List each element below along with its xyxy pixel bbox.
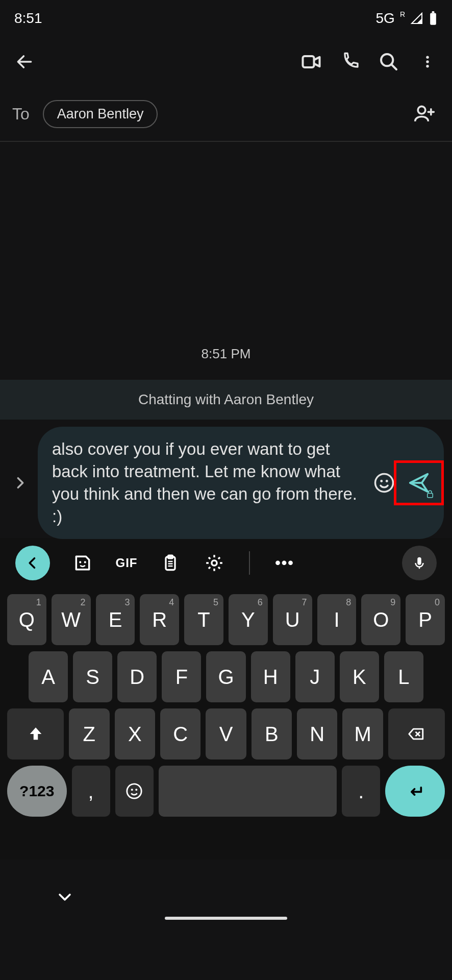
gif-button[interactable]: GIF: [115, 552, 138, 574]
period-key[interactable]: .: [342, 766, 380, 817]
svg-point-6: [426, 65, 429, 68]
key-sublabel: 1: [36, 597, 41, 608]
key-g[interactable]: G: [206, 651, 245, 702]
nav-pill[interactable]: [165, 917, 287, 920]
key-sublabel: 4: [169, 597, 174, 608]
keyboard-dismiss-button[interactable]: [56, 888, 73, 905]
svg-point-19: [131, 789, 133, 791]
key-q[interactable]: Q1: [7, 594, 46, 645]
roaming-label: R: [400, 10, 405, 18]
key-e[interactable]: E3: [96, 594, 135, 645]
key-sublabel: 9: [390, 597, 395, 608]
recipient-chip[interactable]: Aaron Bentley: [43, 100, 158, 128]
system-nav-bar: [0, 860, 452, 929]
add-recipient-button[interactable]: [409, 99, 440, 129]
highlight-box: [394, 460, 444, 505]
clipboard-button[interactable]: [159, 552, 182, 574]
keyboard-row-4: ?123 , .: [7, 766, 445, 817]
conversation-area[interactable]: 8:51 PM Chatting with Aaron Bentley: [0, 141, 452, 428]
key-m[interactable]: M: [342, 708, 383, 760]
svg-rect-2: [303, 56, 314, 67]
key-t[interactable]: T5: [184, 594, 223, 645]
voice-input-button[interactable]: [402, 546, 437, 580]
send-button[interactable]: [404, 468, 434, 498]
key-d[interactable]: D: [117, 651, 157, 702]
enter-key[interactable]: [385, 766, 445, 817]
expand-compose-button[interactable]: [8, 471, 33, 495]
key-i[interactable]: I8: [317, 594, 357, 645]
status-bar: 8:51 5G R: [0, 0, 452, 37]
keyboard-toolbar: GIF •••: [7, 538, 445, 588]
svg-point-5: [426, 60, 429, 63]
signal-icon: [410, 12, 423, 24]
svg-point-20: [135, 789, 137, 791]
key-c[interactable]: C: [160, 708, 200, 760]
symbols-key[interactable]: ?123: [7, 766, 67, 817]
overflow-menu-button[interactable]: [412, 46, 443, 77]
shift-key[interactable]: [7, 708, 64, 760]
key-sublabel: 5: [213, 597, 218, 608]
key-o[interactable]: O9: [361, 594, 400, 645]
search-button[interactable]: [373, 46, 404, 77]
video-call-button[interactable]: [296, 46, 327, 77]
key-j[interactable]: J: [295, 651, 335, 702]
to-label: To: [12, 105, 30, 124]
keyboard-row-1: Q1W2E3R4T5Y6U7I8O9P0: [7, 594, 445, 645]
app-bar: [0, 37, 452, 87]
key-u[interactable]: U7: [273, 594, 312, 645]
svg-point-12: [79, 561, 81, 563]
key-x[interactable]: X: [115, 708, 155, 760]
recipient-row: To Aaron Bentley: [0, 87, 452, 141]
svg-rect-17: [417, 557, 421, 565]
svg-point-9: [380, 480, 383, 482]
on-screen-keyboard: GIF ••• Q1W2E3R4T5Y6U7I8O9P0 ASDFGHJKL Z…: [0, 538, 452, 860]
battery-icon: [429, 11, 438, 26]
back-button[interactable]: [9, 46, 40, 77]
toolbar-divider: [249, 551, 250, 575]
key-w[interactable]: W2: [52, 594, 91, 645]
key-a[interactable]: A: [29, 651, 68, 702]
key-n[interactable]: N: [297, 708, 337, 760]
compose-row: also cover you if you ever want to get b…: [0, 428, 452, 538]
key-r[interactable]: R4: [140, 594, 179, 645]
svg-point-8: [375, 474, 393, 492]
keyboard-collapse-button[interactable]: [15, 546, 50, 580]
svg-rect-0: [430, 13, 436, 25]
status-time: 8:51: [14, 10, 42, 27]
keyboard-row-3: ZXCVBNM: [7, 708, 445, 760]
emoji-key[interactable]: [115, 766, 154, 817]
svg-point-7: [418, 106, 425, 114]
key-z[interactable]: Z: [69, 708, 109, 760]
svg-point-13: [84, 561, 86, 563]
key-sublabel: 0: [435, 597, 440, 608]
keyboard-row-2: ASDFGHJKL: [7, 651, 445, 702]
keyboard-more-button[interactable]: •••: [273, 552, 296, 574]
emoji-button[interactable]: [371, 470, 397, 496]
key-sublabel: 3: [124, 597, 130, 608]
voice-call-button[interactable]: [335, 46, 365, 77]
key-sublabel: 6: [258, 597, 263, 608]
comma-key[interactable]: ,: [72, 766, 110, 817]
key-s[interactable]: S: [73, 651, 112, 702]
settings-button[interactable]: [203, 552, 225, 574]
key-b[interactable]: B: [252, 708, 292, 760]
key-sublabel: 2: [81, 597, 86, 608]
key-k[interactable]: K: [340, 651, 379, 702]
space-key[interactable]: [159, 766, 337, 817]
key-l[interactable]: L: [384, 651, 423, 702]
key-f[interactable]: F: [162, 651, 201, 702]
svg-point-18: [127, 784, 141, 798]
svg-point-10: [386, 480, 388, 482]
recipient-name: Aaron Bentley: [57, 106, 144, 121]
key-y[interactable]: Y6: [229, 594, 268, 645]
backspace-key[interactable]: [388, 708, 445, 760]
compose-input[interactable]: also cover you if you ever want to get b…: [52, 438, 364, 528]
svg-rect-1: [432, 11, 435, 13]
sticker-button[interactable]: [71, 552, 94, 574]
network-label: 5G: [376, 10, 395, 27]
message-timestamp: 8:51 PM: [0, 346, 452, 362]
key-v[interactable]: V: [206, 708, 246, 760]
key-h[interactable]: H: [251, 651, 290, 702]
svg-point-4: [426, 56, 429, 59]
key-p[interactable]: P0: [406, 594, 445, 645]
